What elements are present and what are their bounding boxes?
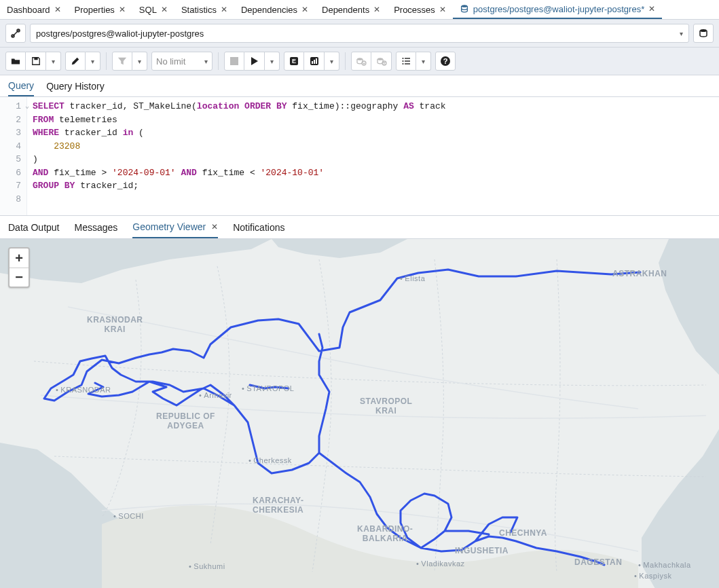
connection-select[interactable]: postgres/postgres@waliot-jupyter-postgre… <box>30 24 689 43</box>
svg-point-12 <box>357 58 363 60</box>
stop-button[interactable] <box>224 52 244 71</box>
connection-status-button[interactable] <box>5 24 26 43</box>
close-icon[interactable]: ✕ <box>301 5 308 14</box>
edit-button[interactable] <box>65 52 86 71</box>
explain-dropdown[interactable]: ▾ <box>325 52 339 71</box>
svg-rect-11 <box>316 58 317 64</box>
tab-label: postgres/postgres@waliot-jupyter-postgre… <box>473 4 644 14</box>
svg-rect-9 <box>312 61 313 64</box>
output-tab-strip: Data Output Messages Geometry Viewer✕ No… <box>0 216 719 239</box>
tab-dashboard[interactable]: Dashboard✕ <box>0 0 68 19</box>
zoom-control: + − <box>8 247 30 288</box>
pencil-icon <box>71 56 80 66</box>
main-tab-strip: Dashboard✕ Properties✕ SQL✕ Statistics✕ … <box>0 0 719 20</box>
macros-button[interactable] <box>396 52 416 71</box>
tab-label: Dependencies <box>241 5 297 15</box>
close-icon[interactable]: ✕ <box>54 5 61 14</box>
folder-icon <box>11 56 20 66</box>
tab-query-tool[interactable]: postgres/postgres@waliot-jupyter-postgre… <box>453 0 662 19</box>
tab-notifications[interactable]: Notifications <box>233 217 284 238</box>
tab-properties[interactable]: Properties✕ <box>68 0 132 19</box>
gps-track <box>0 239 719 588</box>
tab-label: Properties <box>75 5 115 15</box>
tab-label: Processes <box>394 5 435 15</box>
connection-bar: postgres/postgres@waliot-jupyter-postgre… <box>0 20 719 48</box>
row-limit-label: No limit <box>156 56 185 67</box>
link-off-icon <box>10 28 21 39</box>
stop-icon <box>230 57 238 65</box>
svg-rect-5 <box>230 57 238 65</box>
close-icon[interactable]: ✕ <box>221 5 227 14</box>
connection-text: postgres/postgres@waliot-jupyter-postgre… <box>36 29 204 39</box>
tab-label: Dependents <box>322 5 369 15</box>
chevron-down-icon: ▾ <box>680 30 683 37</box>
tab-dependents[interactable]: Dependents✕ <box>315 0 387 19</box>
tab-label: Geometry Viewer <box>132 221 206 232</box>
svg-rect-19 <box>405 60 410 61</box>
tab-sql[interactable]: SQL✕ <box>132 0 174 19</box>
svg-point-0 <box>461 5 467 7</box>
filter-button[interactable] <box>112 52 132 71</box>
execute-button[interactable] <box>244 52 265 71</box>
line-gutter: 1 2 3 4 5 6 7 8 <box>0 97 27 215</box>
svg-point-14 <box>377 58 383 60</box>
chart-icon <box>310 56 319 66</box>
open-file-button[interactable] <box>5 52 26 71</box>
sql-code[interactable]: SELECT tracker_id, ST_MakeLine(location … <box>27 97 451 215</box>
svg-rect-21 <box>405 63 410 64</box>
tab-label: Dashboard <box>7 5 50 15</box>
svg-text:?: ? <box>443 57 448 65</box>
row-limit-select[interactable]: No limit▾ <box>151 52 213 71</box>
svg-rect-17 <box>405 58 410 58</box>
close-icon[interactable]: ✕ <box>373 5 380 14</box>
close-icon[interactable]: ✕ <box>648 4 655 14</box>
funnel-icon <box>117 56 127 66</box>
save-dropdown[interactable]: ▾ <box>46 52 61 71</box>
tab-query[interactable]: Query <box>8 76 34 96</box>
database-icon <box>460 4 469 14</box>
tab-messages[interactable]: Messages <box>75 217 118 238</box>
svg-point-3 <box>700 29 707 32</box>
commit-icon <box>356 56 367 66</box>
filter-dropdown[interactable]: ▾ <box>132 52 147 71</box>
chevron-down-icon: ▾ <box>204 58 208 65</box>
save-icon <box>31 56 41 66</box>
macros-dropdown[interactable]: ▾ <box>416 52 431 71</box>
tab-dependencies[interactable]: Dependencies✕ <box>234 0 315 19</box>
chevron-down-icon: ▾ <box>91 58 94 65</box>
chevron-down-icon: ▾ <box>422 58 425 65</box>
svg-point-16 <box>403 58 404 59</box>
close-icon[interactable]: ✕ <box>211 222 218 232</box>
query-toolbar: ▾ ▾ ▾ No limit▾ ▾ E ▾ ▾ ? <box>0 48 719 75</box>
help-button[interactable]: ? <box>435 52 456 71</box>
explain-icon: E <box>289 56 299 66</box>
explain-button[interactable]: E <box>284 52 304 71</box>
svg-rect-10 <box>314 60 315 64</box>
commit-button[interactable] <box>351 52 371 71</box>
explain-analyze-button[interactable] <box>304 52 325 71</box>
chevron-down-icon: ▾ <box>270 58 274 65</box>
edit-dropdown[interactable]: ▾ <box>86 52 100 71</box>
tab-label: Statistics <box>181 5 217 15</box>
zoom-in-button[interactable]: + <box>10 249 29 268</box>
svg-rect-4 <box>34 58 37 60</box>
tab-data-output[interactable]: Data Output <box>8 217 60 238</box>
rollback-button[interactable] <box>371 52 392 71</box>
tab-geometry-viewer[interactable]: Geometry Viewer✕ <box>132 217 218 238</box>
save-button[interactable] <box>26 52 46 71</box>
execute-dropdown[interactable]: ▾ <box>265 52 280 71</box>
close-icon[interactable]: ✕ <box>439 5 446 14</box>
geometry-map[interactable]: KRASNODARKRAIASTRAKHANKRASNODARREPUBLIC … <box>0 239 719 588</box>
tab-query-history[interactable]: Query History <box>46 77 105 96</box>
help-icon: ? <box>440 56 451 67</box>
close-icon[interactable]: ✕ <box>161 5 168 14</box>
editor-tab-strip: Query Query History <box>0 75 719 97</box>
tab-processes[interactable]: Processes✕ <box>387 0 453 19</box>
zoom-out-button[interactable]: − <box>10 268 29 287</box>
tab-statistics[interactable]: Statistics✕ <box>174 0 234 19</box>
sql-editor[interactable]: 1 2 3 4 5 6 7 8 SELECT tracker_id, ST_Ma… <box>0 97 719 216</box>
new-connection-button[interactable] <box>693 24 714 43</box>
play-icon <box>251 57 259 65</box>
chevron-down-icon: ▾ <box>330 58 333 65</box>
close-icon[interactable]: ✕ <box>119 5 126 14</box>
